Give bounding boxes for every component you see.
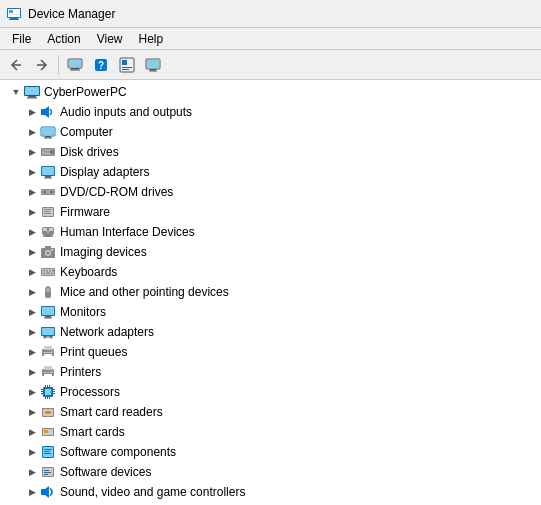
svg-rect-66 bbox=[46, 273, 50, 275]
dvd-icon bbox=[40, 184, 56, 200]
svg-rect-109 bbox=[44, 430, 48, 433]
tree-item-keyboard[interactable]: ▶ Keyboards bbox=[0, 262, 541, 282]
expand-icon-printers[interactable]: ▶ bbox=[24, 364, 40, 380]
tree-item-hid[interactable]: ▶ Human Interface Devices bbox=[0, 222, 541, 242]
processors-icon bbox=[40, 384, 56, 400]
svg-rect-92 bbox=[41, 391, 43, 392]
svg-rect-60 bbox=[42, 269, 54, 275]
menu-action[interactable]: Action bbox=[39, 30, 88, 48]
expand-icon-display[interactable]: ▶ bbox=[24, 164, 40, 180]
tree-item-smartcard-reader[interactable]: ▶ Smart card readers bbox=[0, 402, 541, 422]
menu-file[interactable]: File bbox=[4, 30, 39, 48]
expand-icon-dvd[interactable]: ▶ bbox=[24, 184, 40, 200]
tree-item-monitors[interactable]: ▶ Monitors bbox=[0, 302, 541, 322]
svg-rect-62 bbox=[46, 270, 48, 272]
smartcards-icon bbox=[40, 424, 56, 440]
monitor-button[interactable] bbox=[141, 53, 165, 77]
expand-icon-disk[interactable]: ▶ bbox=[24, 144, 40, 160]
expand-icon-imaging[interactable]: ▶ bbox=[24, 244, 40, 260]
svg-rect-118 bbox=[44, 472, 51, 473]
tree-item-network[interactable]: ▶ Network adapters bbox=[0, 322, 541, 342]
svg-rect-93 bbox=[41, 393, 43, 394]
tree-item-dvd[interactable]: ▶ DVD/CD-ROM drives bbox=[0, 182, 541, 202]
app-title: Device Manager bbox=[28, 7, 115, 21]
printers-label: Printers bbox=[60, 365, 101, 379]
tree-item-software-components[interactable]: ▶ Software components bbox=[0, 442, 541, 462]
tree-item-audio[interactable]: ▶ Audio inputs and outputs bbox=[0, 102, 541, 122]
svg-rect-16 bbox=[122, 67, 132, 68]
sound-icon bbox=[40, 484, 56, 500]
tree-item-printers[interactable]: ▶ Printers bbox=[0, 362, 541, 382]
svg-rect-10 bbox=[71, 68, 79, 70]
help-button[interactable]: ? bbox=[89, 53, 113, 77]
dvd-label: DVD/CD-ROM drives bbox=[60, 185, 173, 199]
svg-rect-87 bbox=[43, 372, 53, 373]
tree-item-disk[interactable]: ▶ Disk drives bbox=[0, 142, 541, 162]
svg-rect-30 bbox=[44, 138, 52, 139]
tree-item-smartcards[interactable]: ▶ Smart cards bbox=[0, 422, 541, 442]
tree-item-sound[interactable]: ▶ Sound, video and game controllers bbox=[0, 482, 541, 502]
tree-item-root[interactable]: ▼ CyberPowerPC bbox=[0, 82, 541, 102]
svg-rect-26 bbox=[41, 109, 45, 115]
expand-icon-sound[interactable]: ▶ bbox=[24, 484, 40, 500]
svg-rect-113 bbox=[44, 451, 50, 452]
tree-item-printqueues[interactable]: ▶ Print queues bbox=[0, 342, 541, 362]
smartcards-label: Smart cards bbox=[60, 425, 125, 439]
disk-icon bbox=[40, 144, 56, 160]
toolbar: ? bbox=[0, 50, 541, 80]
computer-label: Computer bbox=[60, 125, 113, 139]
svg-rect-11 bbox=[70, 69, 80, 70]
svg-rect-21 bbox=[149, 70, 157, 71]
svg-rect-51 bbox=[49, 228, 53, 231]
computer-button[interactable] bbox=[63, 53, 87, 77]
expand-icon-software-devices[interactable]: ▶ bbox=[24, 464, 40, 480]
computer-icon bbox=[24, 84, 40, 100]
tree-root: ▼ CyberPowerPC ▶ Audio in bbox=[0, 80, 541, 505]
svg-rect-57 bbox=[45, 246, 51, 249]
properties-button[interactable] bbox=[115, 53, 139, 77]
imaging-label: Imaging devices bbox=[60, 245, 147, 259]
svg-rect-71 bbox=[42, 307, 54, 315]
expand-icon-smartcard-reader[interactable]: ▶ bbox=[24, 404, 40, 420]
forward-button[interactable] bbox=[30, 53, 54, 77]
expand-icon-monitors[interactable]: ▶ bbox=[24, 304, 40, 320]
expand-icon-mouse[interactable]: ▶ bbox=[24, 284, 40, 300]
expand-icon-computer[interactable]: ▶ bbox=[24, 124, 40, 140]
tree-item-mouse[interactable]: ▶ Mice and other pointing devices bbox=[0, 282, 541, 302]
display-label: Display adapters bbox=[60, 165, 149, 179]
expand-icon-hid[interactable]: ▶ bbox=[24, 224, 40, 240]
expand-icon-keyboard[interactable]: ▶ bbox=[24, 264, 40, 280]
expand-icon-root[interactable]: ▼ bbox=[8, 84, 24, 100]
svg-rect-117 bbox=[44, 470, 49, 471]
svg-rect-38 bbox=[45, 176, 51, 178]
expand-icon-printqueues[interactable]: ▶ bbox=[24, 344, 40, 360]
app-icon bbox=[6, 6, 22, 22]
expand-icon-firmware[interactable]: ▶ bbox=[24, 204, 40, 220]
svg-rect-80 bbox=[44, 346, 52, 350]
expand-icon-smartcards[interactable]: ▶ bbox=[24, 424, 40, 440]
menu-help[interactable]: Help bbox=[131, 30, 172, 48]
svg-rect-17 bbox=[122, 69, 129, 70]
audio-icon bbox=[40, 104, 56, 120]
svg-rect-64 bbox=[52, 270, 54, 272]
tree-item-software-devices[interactable]: ▶ Software devices bbox=[0, 462, 541, 482]
menu-view[interactable]: View bbox=[89, 30, 131, 48]
tree-item-processors[interactable]: ▶ Proces bbox=[0, 382, 541, 402]
back-button[interactable] bbox=[4, 53, 28, 77]
software-components-label: Software components bbox=[60, 445, 176, 459]
svg-rect-100 bbox=[45, 397, 46, 399]
software-devices-icon bbox=[40, 464, 56, 480]
tree-item-imaging[interactable]: ▶ Imaging devices bbox=[0, 242, 541, 262]
svg-rect-20 bbox=[150, 69, 156, 71]
expand-icon-software-components[interactable]: ▶ bbox=[24, 444, 40, 460]
tree-item-firmware[interactable]: ▶ Firmware bbox=[0, 202, 541, 222]
expand-icon-processors[interactable]: ▶ bbox=[24, 384, 40, 400]
title-bar: Device Manager bbox=[0, 0, 541, 28]
expand-icon-audio[interactable]: ▶ bbox=[24, 104, 40, 120]
svg-text:?: ? bbox=[98, 60, 104, 71]
svg-rect-95 bbox=[53, 391, 55, 392]
tree-item-display[interactable]: ▶ Display adapters bbox=[0, 162, 541, 182]
tree-item-computer[interactable]: ▶ Computer bbox=[0, 122, 541, 142]
expand-icon-network[interactable]: ▶ bbox=[24, 324, 40, 340]
svg-rect-97 bbox=[45, 385, 46, 387]
